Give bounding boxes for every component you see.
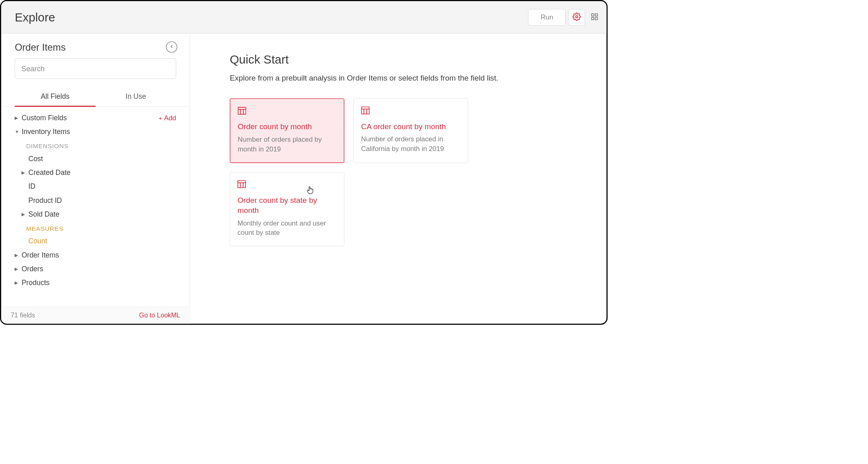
collapse-sidebar-button[interactable] bbox=[166, 41, 177, 53]
caret-down-icon: ▼ bbox=[15, 129, 21, 134]
run-button[interactable]: Run bbox=[528, 9, 565, 26]
dimensions-heading: DIMENSIONS bbox=[1, 138, 190, 151]
field-label: Count bbox=[28, 237, 47, 245]
card-description: Number of orders placed in California by… bbox=[361, 134, 460, 153]
card-title: CA order count by month bbox=[361, 121, 460, 132]
field-label: Sold Date bbox=[28, 210, 60, 218]
quick-start-cards: Order count by month Number of orders pl… bbox=[230, 98, 513, 246]
field-label: Cost bbox=[28, 155, 43, 163]
caret-right-icon: ▶ bbox=[15, 115, 21, 121]
tab-in-use[interactable]: In Use bbox=[96, 92, 176, 106]
field-search-input[interactable] bbox=[15, 58, 176, 79]
field-tabs: All Fields In Use bbox=[1, 84, 190, 107]
card-title: Order count by state by month bbox=[237, 195, 337, 215]
gear-icon bbox=[573, 12, 581, 22]
settings-button[interactable] bbox=[569, 9, 585, 26]
dashboard-grid-button[interactable] bbox=[589, 11, 600, 23]
card-title: Order count by month bbox=[238, 121, 337, 132]
svg-rect-2 bbox=[595, 14, 598, 16]
add-label: Add bbox=[164, 114, 176, 121]
table-icon bbox=[361, 106, 460, 115]
group-label: Orders bbox=[21, 265, 43, 273]
caret-right-icon: ▶ bbox=[15, 280, 21, 285]
explore-name: Order Items bbox=[15, 42, 166, 53]
table-icon bbox=[237, 180, 337, 189]
field-sold-date[interactable]: ▶ Sold Date bbox=[1, 207, 190, 221]
top-header: Explore Run bbox=[1, 1, 607, 34]
group-products[interactable]: ▶ Products bbox=[1, 276, 190, 289]
field-cost[interactable]: Cost bbox=[1, 152, 190, 166]
go-to-lookml-link[interactable]: Go to LookML bbox=[139, 311, 180, 319]
group-custom-fields[interactable]: ▶ Custom Fields +Add bbox=[1, 111, 190, 125]
caret-right-icon: ▶ bbox=[15, 266, 21, 272]
svg-rect-5 bbox=[238, 107, 246, 115]
field-label: ID bbox=[28, 182, 36, 190]
svg-rect-13 bbox=[238, 181, 246, 188]
field-picker-sidebar: Order Items All Fields In Use ▶ Custom F… bbox=[1, 34, 190, 324]
card-description: Number of orders placed by month in 2019 bbox=[238, 135, 337, 154]
quick-start-title: Quick Start bbox=[230, 53, 595, 66]
caret-right-icon: ▶ bbox=[21, 170, 28, 175]
card-description: Monthly order count and user count by st… bbox=[237, 218, 337, 237]
sidebar-footer: 71 fields Go to LookML bbox=[1, 306, 190, 324]
svg-point-0 bbox=[575, 15, 577, 17]
quick-start-card[interactable]: Order count by state by month Monthly or… bbox=[230, 172, 344, 246]
field-label: Product ID bbox=[28, 196, 62, 204]
svg-rect-1 bbox=[592, 14, 594, 16]
group-orders[interactable]: ▶ Orders bbox=[1, 262, 190, 276]
chevron-left-icon bbox=[169, 44, 174, 50]
caret-right-icon: ▶ bbox=[15, 252, 21, 258]
field-created-date[interactable]: ▶ Created Date bbox=[1, 166, 190, 179]
field-id[interactable]: ID bbox=[1, 179, 190, 193]
grid-icon bbox=[590, 13, 599, 21]
field-label: Created Date bbox=[28, 168, 71, 177]
page-title: Explore bbox=[15, 11, 528, 24]
group-inventory-items[interactable]: ▼ Inventory Items bbox=[1, 125, 190, 138]
table-icon bbox=[238, 107, 337, 116]
group-label: Custom Fields bbox=[21, 114, 67, 122]
group-label: Inventory Items bbox=[21, 128, 70, 136]
main-content: Quick Start Explore from a prebuilt anal… bbox=[190, 34, 607, 324]
group-label: Order Items bbox=[21, 251, 59, 259]
quick-start-card[interactable]: Order count by month Number of orders pl… bbox=[230, 98, 344, 163]
group-order-items[interactable]: ▶ Order Items bbox=[1, 248, 190, 262]
caret-right-icon: ▶ bbox=[21, 212, 28, 217]
plus-icon: + bbox=[159, 114, 162, 121]
field-product-id[interactable]: Product ID bbox=[1, 193, 190, 207]
group-label: Products bbox=[21, 279, 49, 287]
add-custom-field-link[interactable]: +Add bbox=[159, 114, 176, 122]
quick-start-subtitle: Explore from a prebuilt analysis in Orde… bbox=[230, 74, 595, 83]
fields-count: 71 fields bbox=[11, 311, 139, 319]
quick-start-card[interactable]: CA order count by month Number of orders… bbox=[353, 98, 468, 163]
svg-rect-9 bbox=[361, 107, 369, 114]
field-list: ▶ Custom Fields +Add ▼ Inventory Items D… bbox=[1, 107, 190, 306]
tab-all-fields[interactable]: All Fields bbox=[15, 92, 95, 107]
field-count[interactable]: Count bbox=[1, 234, 190, 248]
measures-heading: MEASURES bbox=[1, 221, 190, 234]
svg-rect-4 bbox=[595, 17, 598, 20]
svg-rect-3 bbox=[592, 17, 594, 20]
